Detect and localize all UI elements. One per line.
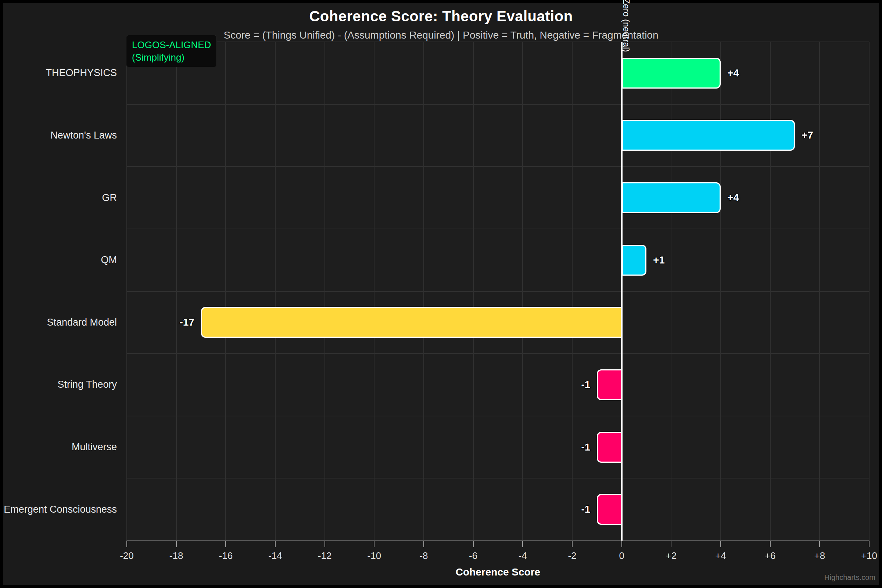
- x-axis-tick: [225, 541, 226, 547]
- row-gridline: [127, 353, 869, 354]
- chart-title: Coherence Score: Theory Evaluation: [3, 8, 879, 25]
- x-tick-label--16: -16: [207, 550, 244, 561]
- category-label-string-theory: String Theory: [3, 354, 117, 416]
- x-axis-tick: [670, 541, 671, 547]
- data-label-emergent-consciousness: -1: [581, 494, 590, 525]
- data-label-theophysics: +4: [727, 58, 739, 88]
- x-axis-tick: [324, 541, 325, 547]
- zero-plotline: [621, 42, 622, 541]
- row-gridline: [127, 416, 869, 416]
- category-label-gr: GR: [3, 166, 117, 229]
- bar-multiverse[interactable]: [597, 432, 621, 463]
- row-gridline: [127, 42, 869, 42]
- category-label-newton-s-laws: Newton's Laws: [3, 104, 117, 167]
- x-tick-label-+2: +2: [652, 550, 689, 561]
- category-label-qm: QM: [3, 229, 117, 291]
- bar-theophysics[interactable]: [622, 58, 721, 88]
- bar-standard-model[interactable]: [201, 307, 622, 338]
- x-axis-tick: [126, 541, 127, 547]
- bar-string-theory[interactable]: [597, 369, 621, 400]
- x-axis-tick: [621, 541, 622, 547]
- bar-emergent-consciousness[interactable]: [597, 494, 621, 525]
- x-axis-tick: [275, 541, 276, 547]
- bar-gr[interactable]: [622, 182, 721, 213]
- x-axis-tick: [572, 541, 573, 547]
- page-background: Coherence Score: Theory Evaluation Score…: [0, 0, 882, 588]
- x-axis-tick: [176, 541, 177, 547]
- x-tick-label--12: -12: [306, 550, 343, 561]
- row-gridline: [127, 229, 869, 230]
- row-gridline: [127, 166, 869, 167]
- x-axis-tick: [423, 541, 424, 547]
- annotation-line-1: LOGOS-ALIGNED: [132, 39, 211, 51]
- row-gridline: [127, 478, 869, 478]
- category-label-emergent-consciousness: Emergent Consciousness: [3, 478, 117, 541]
- data-label-gr: +4: [727, 182, 739, 213]
- data-label-multiverse: -1: [581, 432, 590, 463]
- x-tick-label--6: -6: [455, 550, 492, 561]
- data-label-newton-s-laws: +7: [801, 120, 813, 151]
- highcharts-credit[interactable]: Highcharts.com: [824, 573, 875, 582]
- x-axis-tick: [720, 541, 721, 547]
- category-label-multiverse: Multiverse: [3, 416, 117, 478]
- data-label-standard-model: -17: [180, 307, 194, 338]
- x-tick-label-+10: +10: [851, 550, 882, 561]
- data-label-qm: +1: [653, 245, 665, 276]
- x-axis-title: Coherence Score: [127, 566, 869, 578]
- annotation-line-2: (Simplifying): [132, 51, 211, 64]
- x-axis-tick: [770, 541, 771, 547]
- x-axis-line: [127, 540, 869, 541]
- x-tick-label--14: -14: [257, 550, 294, 561]
- annotation-logos-aligned: LOGOS-ALIGNED (Simplifying): [126, 35, 217, 67]
- x-tick-label--8: -8: [405, 550, 442, 561]
- bar-newton-s-laws[interactable]: [622, 120, 795, 151]
- x-tick-label-+4: +4: [702, 550, 739, 561]
- x-axis-tick: [819, 541, 820, 547]
- x-tick-label--2: -2: [554, 550, 591, 561]
- coherence-bar-chart: Coherence Score: Theory Evaluation Score…: [3, 3, 879, 585]
- x-axis-tick: [374, 541, 375, 547]
- data-label-string-theory: -1: [581, 369, 590, 400]
- x-tick-label--18: -18: [158, 550, 195, 561]
- x-tick-label-0: 0: [603, 550, 640, 561]
- x-tick-label--4: -4: [504, 550, 541, 561]
- category-label-standard-model: Standard Model: [3, 291, 117, 354]
- zero-plotline-label: Zero (neutral): [621, 0, 632, 52]
- bar-qm[interactable]: [622, 245, 646, 276]
- row-gridline: [127, 291, 869, 292]
- x-tick-label-+8: +8: [801, 550, 838, 561]
- x-tick-label--10: -10: [356, 550, 393, 561]
- x-tick-label-+6: +6: [752, 550, 789, 561]
- x-axis-tick: [522, 541, 523, 547]
- category-label-theophysics: THEOPHYSICS: [3, 42, 117, 104]
- x-tick-label--20: -20: [108, 550, 145, 561]
- x-axis-tick: [869, 541, 870, 547]
- x-axis-tick: [473, 541, 474, 547]
- row-gridline: [127, 104, 869, 105]
